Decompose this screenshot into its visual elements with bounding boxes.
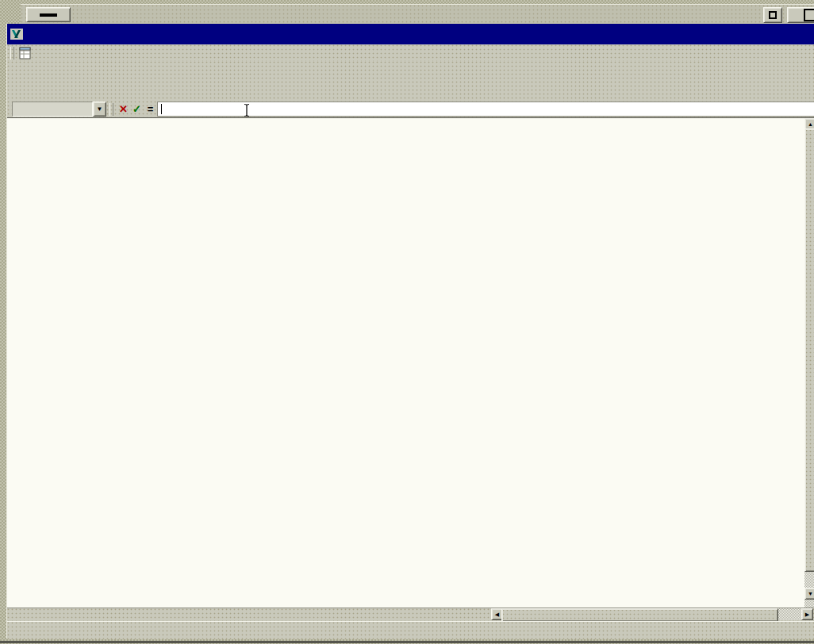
name-box[interactable] [12, 102, 93, 117]
mouse-ibeam-cursor [243, 103, 251, 120]
dot-icon [769, 11, 777, 19]
square-icon [804, 9, 814, 21]
formatting-toolbar [7, 81, 814, 101]
cancel-x-icon: ✕ [119, 103, 128, 115]
excel-app-icon [10, 28, 24, 40]
horizontal-scrollbar[interactable]: ◀ ▶ [491, 608, 812, 620]
window-bottom-frame [0, 638, 814, 644]
wts-titlebar [21, 4, 814, 25]
excel-titlebar[interactable] [7, 24, 814, 44]
toolbar-grip[interactable] [10, 47, 14, 59]
scroll-down-button[interactable]: ▼ [804, 588, 814, 600]
horizontal-scroll-thumb[interactable] [501, 608, 778, 622]
excel-window: ▼ ✕ ✓ = ▲ ▼ ◀ ▶ [6, 24, 814, 638]
scroll-right-button[interactable]: ▶ [801, 608, 813, 620]
formula-bar-divider [109, 103, 113, 116]
formula-input[interactable] [157, 102, 814, 117]
worksheet-grid: ▲ ▼ [7, 117, 814, 608]
arrow-up-icon: ▲ [808, 121, 813, 127]
arrow-left-icon: ◀ [495, 611, 499, 618]
enter-button[interactable]: ✓ [130, 102, 144, 116]
dash-icon [40, 13, 57, 17]
status-bar [7, 621, 814, 639]
wts-server-screen: ▼ ✕ ✓ = ▲ ▼ ◀ ▶ [0, 0, 814, 644]
name-box-dropdown[interactable]: ▼ [93, 102, 106, 117]
system-menu-button[interactable] [26, 7, 71, 22]
standard-toolbar [7, 61, 814, 81]
workbook-icon [18, 47, 33, 59]
cancel-button[interactable]: ✕ [117, 102, 130, 116]
vertical-scrollbar[interactable]: ▲ ▼ [804, 118, 814, 608]
equals-icon: = [148, 103, 154, 115]
edit-formula-button[interactable]: = [144, 102, 157, 116]
enter-check-icon: ✓ [132, 103, 141, 115]
arrow-down-icon: ▼ [808, 591, 813, 596]
vertical-scroll-thumb[interactable] [804, 128, 814, 572]
session-small-button[interactable] [763, 7, 782, 23]
session-edge-button[interactable] [787, 7, 814, 23]
formula-bar: ▼ ✕ ✓ = [7, 101, 814, 117]
chevron-down-icon: ▼ [97, 105, 103, 113]
menu-bar [7, 44, 814, 61]
text-caret [161, 104, 162, 114]
arrow-right-icon: ▶ [805, 611, 809, 618]
